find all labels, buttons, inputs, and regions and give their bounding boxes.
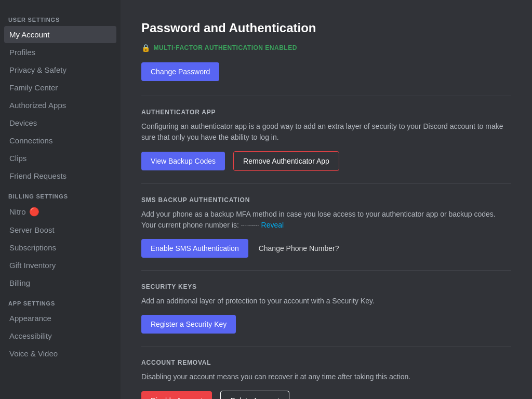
sidebar: User Settings My AccountProfilesPrivacy … [0,0,121,399]
billing-settings-label: Billing Settings [4,185,116,203]
security-keys-description: Add an additional layer of protection to… [141,296,511,307]
sidebar-item-my-account[interactable]: My Account [4,26,116,43]
divider-4 [141,346,511,347]
change-password-button[interactable]: Change Password [141,62,219,81]
user-settings-label: User Settings [4,8,116,26]
enable-sms-button[interactable]: Enable SMS Authentication [141,239,248,258]
delete-account-button[interactable]: Delete Account [220,391,289,399]
sidebar-item-authorized-apps[interactable]: Authorized Apps [4,97,116,114]
view-backup-codes-button[interactable]: View Backup Codes [141,152,225,170]
sms-description-text: Add your phone as a backup MFA method in… [141,210,496,229]
mfa-badge: 🔒 Multi-Factor Authentication Enabled [141,44,511,52]
nitro-icon: 🔴 [29,207,39,217]
reveal-link[interactable]: Reveal [261,221,284,229]
account-removal-description: Disabling your account means you can rec… [141,371,511,382]
account-removal-header: Account Removal [141,359,511,366]
sidebar-item-accessibility[interactable]: Accessibility [4,327,116,344]
sidebar-item-appearance[interactable]: Appearance [4,310,116,327]
divider-3 [141,270,511,271]
sms-btn-row: Enable SMS Authentication Change Phone N… [141,239,511,258]
sms-section: SMS Backup Authentication Add your phone… [141,196,511,258]
authenticator-header: Authenticator App [141,109,511,116]
account-removal-btn-row: Disable Account Delete Account [141,391,511,399]
security-keys-section: Security Keys Add an additional layer of… [141,283,511,334]
sms-description: Add your phone as a backup MFA method in… [141,209,511,231]
register-security-key-button[interactable]: Register a Security Key [141,315,236,334]
disable-account-button[interactable]: Disable Account [141,391,212,399]
app-settings-label: App Settings [4,292,116,310]
authenticator-description: Configuring an authenticator app is a go… [141,121,511,143]
sidebar-item-nitro[interactable]: Nitro🔴 [4,203,116,221]
page-title: Password and Authentication [141,21,511,35]
divider-1 [141,96,511,96]
sidebar-item-subscriptions[interactable]: Subscriptions [4,239,116,256]
lock-icon: 🔒 [141,44,151,52]
security-keys-header: Security Keys [141,283,511,290]
divider-2 [141,183,511,184]
sidebar-item-gift-inventory[interactable]: Gift Inventory [4,257,116,274]
security-keys-btn-row: Register a Security Key [141,315,511,334]
sidebar-item-profiles[interactable]: Profiles [4,44,116,61]
main-content: Password and Authentication 🔒 Multi-Fact… [121,0,532,399]
sidebar-item-friend-requests[interactable]: Friend Requests [4,167,116,184]
authenticator-btn-row: View Backup Codes Remove Authenticator A… [141,151,511,171]
remove-authenticator-button[interactable]: Remove Authenticator App [233,151,339,171]
sidebar-item-server-boost[interactable]: Server Boost [4,221,116,238]
authenticator-section: Authenticator App Configuring an authent… [141,109,511,171]
sidebar-item-connections[interactable]: Connections [4,132,116,149]
sidebar-item-voice-video[interactable]: Voice & Video [4,345,116,362]
change-phone-button[interactable]: Change Phone Number? [257,239,341,258]
sms-header: SMS Backup Authentication [141,196,511,204]
sidebar-item-clips[interactable]: Clips [4,150,116,167]
sidebar-item-privacy-safety[interactable]: Privacy & Safety [4,61,116,78]
sidebar-item-family-center[interactable]: Family Center [4,79,116,96]
sidebar-item-billing[interactable]: Billing [4,274,116,291]
account-removal-section: Account Removal Disabling your account m… [141,359,511,399]
mfa-badge-text: Multi-Factor Authentication Enabled [154,44,297,51]
sidebar-item-devices[interactable]: Devices [4,114,116,131]
